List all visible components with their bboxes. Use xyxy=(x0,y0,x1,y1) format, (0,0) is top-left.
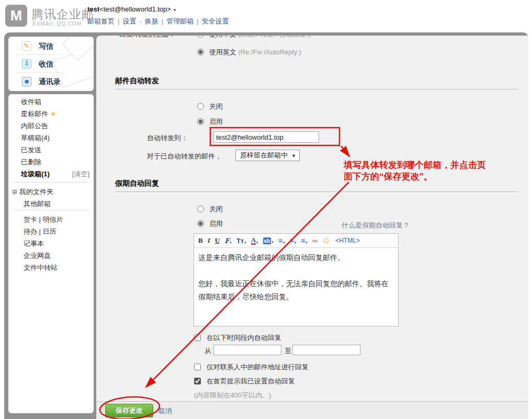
font-family-icon: F xyxy=(224,237,229,245)
toolbar-font-color-button[interactable]: A▾ xyxy=(251,237,258,245)
sidebar-tool[interactable]: 贺卡 | 明信片 xyxy=(8,213,94,225)
sidebar-action-label: 通讯录 xyxy=(39,75,61,88)
sidebar-folder[interactable]: 星标邮件★ xyxy=(8,108,94,120)
toolbar-emoji-button[interactable]: ☺ xyxy=(322,236,331,245)
toolbar-indent-button[interactable]: ≡▾ xyxy=(301,236,308,245)
account-info: test<test@helloworld1.top>▼ xyxy=(87,5,177,13)
expand-plus-icon[interactable]: ⊞ xyxy=(12,188,17,196)
contacts-only-option[interactable]: 仅对联系人中的邮件地址进行回复 xyxy=(194,363,309,371)
sidebar-folder[interactable]: 垃圾箱(1)[清空] xyxy=(8,168,94,180)
sidebar-group-我的文件夹[interactable]: ⊞我的文件夹 xyxy=(8,186,94,198)
exmail-logo-icon[interactable]: M xyxy=(5,5,27,27)
forwarded-mail-select[interactable]: 原样留在邮箱中 xyxy=(235,150,300,161)
subject-en-option[interactable]: 使用英文 (Re:/Fw:/AutoReply:) xyxy=(197,48,301,56)
sidebar-folder[interactable]: 已发送 xyxy=(8,144,94,156)
settings-panel: 回复/转发的主题： 使用中文 (回复:/ 转发:/ 自动回复:) 使用英文 (R… xyxy=(96,36,528,419)
forwarded-mail-label: 对于已自动转发的邮件， xyxy=(147,152,222,161)
nav-link-设置[interactable]: 设置 xyxy=(122,17,136,25)
forward-off-option[interactable]: 关闭 xyxy=(197,103,223,111)
sidebar-folders-box: 收件箱星标邮件★内部公告草稿箱(4)已发送已删除垃圾箱(1)[清空] ⊞我的文件… xyxy=(8,94,94,413)
logo-title[interactable]: 腾讯企业邮 xyxy=(31,6,94,22)
divider xyxy=(16,72,64,73)
subject-en-radio[interactable] xyxy=(197,49,204,55)
vacation-help-link[interactable]: 什么是假期自动回复？ xyxy=(342,221,410,230)
time-range-option[interactable]: 在以下时间段内自动回复 xyxy=(194,334,281,342)
forward-off-radio[interactable] xyxy=(197,103,204,110)
exmail-settings-page: { "header": { "logo": { "mark": "M", "ti… xyxy=(0,0,532,419)
sidebar-tool[interactable]: 待办 | 日历 xyxy=(8,225,94,237)
toolbar-link-button[interactable]: ∞ xyxy=(312,236,318,245)
forward-on-radio[interactable] xyxy=(197,118,204,125)
subject-cn-option[interactable]: 使用中文 (回复:/ 转发:/ 自动回复:) xyxy=(197,36,310,39)
toolbar-highlight-button[interactable]: ab▾ xyxy=(263,237,274,244)
sidebar-folder[interactable]: 内部公告 xyxy=(8,120,94,132)
sidebar-tool[interactable]: 文件中转站 xyxy=(8,262,94,274)
folder-label: 收件箱 xyxy=(21,98,41,106)
divider xyxy=(13,210,89,210)
reply-off-radio[interactable] xyxy=(197,206,204,212)
from-label: 从 xyxy=(205,346,211,356)
toolbar-bold-button[interactable]: B xyxy=(198,236,203,245)
nav-link-安全设置[interactable]: 安全设置 xyxy=(202,17,229,25)
cancel-link[interactable]: 取消 xyxy=(159,406,172,416)
clear-trash-link[interactable]: [清空] xyxy=(72,168,89,180)
toolbar-underline-button[interactable]: U xyxy=(215,236,220,245)
forward-to-label: 自动转发到： xyxy=(147,133,188,143)
to-date-input[interactable] xyxy=(292,345,360,355)
sidebar-action-inbox[interactable]: ⇩收信 xyxy=(8,57,94,71)
forwarded-mail-select-value: 原样留在邮箱中 xyxy=(240,151,288,159)
forward-to-input[interactable] xyxy=(213,131,319,143)
folder-label: 垃圾箱(1) xyxy=(21,170,50,178)
divider xyxy=(16,54,64,55)
toolbar-align-button[interactable]: ≡▾ xyxy=(278,236,285,245)
toolbar-font-size-button[interactable]: Tт▾ xyxy=(236,237,246,245)
editor-body[interactable]: 这是来自腾讯企业邮箱的假期自动回复邮件。 您好，我最近正在休假中，无法亲自回复您… xyxy=(194,248,398,326)
list-icon: ≡ xyxy=(289,236,293,245)
logo-subtitle: EXMAIL.QQ.COM xyxy=(32,21,82,27)
reply-off-option[interactable]: 关闭 xyxy=(197,205,223,213)
sidebar-group-其他邮箱[interactable]: 其他邮箱 xyxy=(8,198,94,210)
editor-paragraph: 这是来自腾讯企业邮箱的假期自动回复邮件。 xyxy=(198,251,394,264)
forward-on-option[interactable]: 启用 xyxy=(197,118,223,126)
compose-icon: ✎ xyxy=(22,41,31,51)
reply-on-option[interactable]: 启用 xyxy=(197,220,223,228)
editor-paragraph xyxy=(198,264,394,277)
font-color-icon: A xyxy=(251,237,256,245)
homepage-remind-option[interactable]: 在首页提示我已设置自动回复 xyxy=(194,377,295,386)
toolbar-font-family-button[interactable]: F▾ xyxy=(224,237,232,245)
folder-label: 星标邮件 xyxy=(21,110,48,118)
nav-link-管理邮箱[interactable]: 管理邮箱 xyxy=(166,17,194,25)
limit-note: (内容限制在400字以内。) xyxy=(194,391,271,400)
account-address: <test@helloworld1.top> xyxy=(99,5,171,13)
divider xyxy=(13,182,89,183)
section-divider xyxy=(115,89,518,89)
toolbar-html-button[interactable]: <HTML> xyxy=(335,237,360,244)
sidebar-folder[interactable]: 已删除 xyxy=(8,156,94,168)
nav-link-邮箱首页[interactable]: 邮箱首页 xyxy=(87,17,115,25)
toolbar-italic-button[interactable]: I xyxy=(208,236,210,245)
sidebar-folder[interactable]: 收件箱 xyxy=(8,96,94,108)
editor-paragraph: 您好，我最近正在休假中，无法亲自回复您的邮件。我将在假期结束后，尽快给您回复。 xyxy=(198,277,394,303)
nav-separator: | xyxy=(162,17,163,25)
save-button[interactable]: 保存更改 xyxy=(105,404,153,417)
contacts-only-checkbox[interactable] xyxy=(194,364,201,370)
sidebar-tool[interactable]: 记事本 xyxy=(8,237,94,250)
emoji-icon: ☺ xyxy=(322,236,331,245)
sidebar-action-label: 写信 xyxy=(39,39,53,53)
subject-cn-radio[interactable] xyxy=(197,36,204,38)
time-range-checkbox[interactable] xyxy=(194,334,201,341)
sidebar-tool[interactable]: 企业网盘 xyxy=(8,250,94,262)
toolbar-list-button[interactable]: ≡▾ xyxy=(289,236,296,245)
bold-icon: B xyxy=(198,236,203,245)
editor-toolbar: BIUF▾Tт▾A▾ab▾≡▾≡▾≡▾∞☺<HTML> xyxy=(194,234,398,248)
nav-link-换肤[interactable]: 换肤 xyxy=(145,17,159,25)
account-dropdown-icon[interactable]: ▼ xyxy=(173,8,177,13)
reply-on-radio[interactable] xyxy=(197,220,204,227)
sidebar-action-compose[interactable]: ✎写信 xyxy=(8,39,94,53)
sidebar-action-contacts[interactable]: ☻通讯录 xyxy=(8,75,94,88)
from-date-input[interactable] xyxy=(213,345,281,355)
sidebar-folder[interactable]: 草稿箱(4) xyxy=(8,132,94,144)
contacts-icon: ☻ xyxy=(22,77,31,86)
dropdown-caret-icon: ▾ xyxy=(244,241,246,245)
homepage-remind-checkbox[interactable] xyxy=(194,378,201,384)
